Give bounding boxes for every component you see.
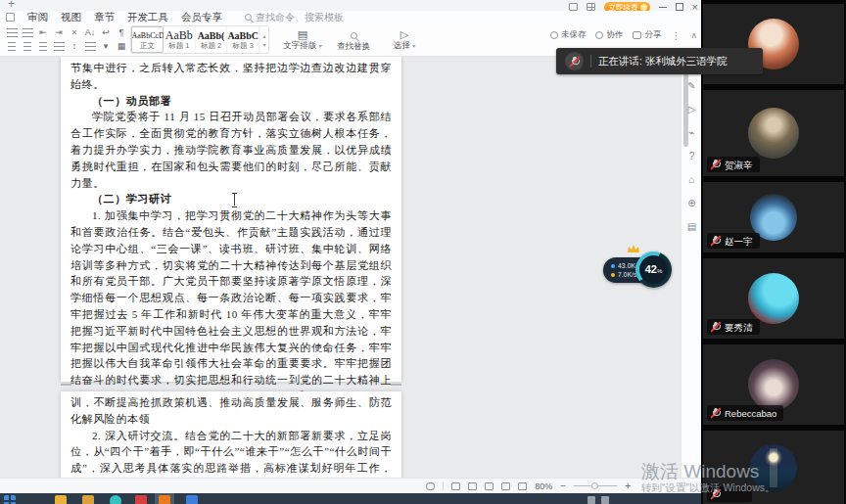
show-marks-icon[interactable]: ¶	[114, 26, 129, 39]
highlight-icon[interactable]: ▾	[98, 40, 114, 53]
eye-protection-icon[interactable]	[426, 482, 435, 490]
avatar	[748, 108, 799, 159]
read-mode-icon[interactable]: ▤	[687, 221, 696, 232]
menu-tab-section[interactable]: 章节	[94, 11, 115, 24]
web-view-icon[interactable]	[485, 482, 494, 490]
collapse-ribbon-icon[interactable]: ∧	[690, 30, 697, 40]
share-button[interactable]: 分享	[633, 29, 661, 41]
edit-pen-icon[interactable]: ✎	[687, 80, 695, 91]
participant-tile[interactable]: 赵一宇	[703, 182, 844, 252]
sort-icon[interactable]: A↓	[82, 26, 98, 39]
document-page-2[interactable]: 训，不断提高抢抓政策机遇、推动高质量发展、服务师生、防范化解风险的本领 2. 深…	[61, 391, 401, 478]
borders-icon[interactable]: ▦	[114, 40, 129, 53]
style-heading2[interactable]: AaBb( 标题 2	[196, 26, 228, 53]
taskbar-app-icon[interactable]	[135, 495, 147, 504]
minimize-button[interactable]	[659, 7, 667, 8]
taskbar-active-app-icon[interactable]	[159, 495, 170, 504]
increase-indent-icon[interactable]: ⇥	[51, 26, 67, 39]
chevron-down-icon: ▾	[319, 43, 322, 49]
menu-tab-devtools[interactable]: 开发工具	[127, 11, 168, 24]
taskbar-app-icon[interactable]	[186, 495, 198, 504]
style-heading1[interactable]: AaBb 标题 1	[164, 26, 196, 53]
participant-tile[interactable]: 要秀清	[703, 258, 844, 339]
align-center-icon[interactable]	[20, 40, 35, 53]
tray-icon[interactable]	[588, 496, 595, 504]
participant-name-tag: 贺淑辛	[707, 157, 760, 172]
text-layout-button[interactable]: ▤ 文字排版 ▾	[280, 25, 325, 54]
zoom-out-button[interactable]: −	[560, 481, 566, 491]
start-button[interactable]	[4, 495, 16, 504]
clear-format-icon[interactable]: ×	[67, 26, 82, 39]
tray-icon[interactable]	[601, 496, 609, 504]
net-speed-widget[interactable]: 43.0K/s 7.0K/s 42 %	[603, 247, 672, 290]
align-right-icon[interactable]	[35, 40, 51, 53]
file-menu-icon[interactable]	[6, 13, 15, 22]
chevron-down-icon: ▾	[412, 43, 415, 49]
more-options-icon[interactable]: ⋮	[671, 30, 681, 41]
workspace-icon[interactable]	[587, 3, 595, 11]
number-list-icon[interactable]	[20, 26, 35, 39]
menu-tab-review[interactable]: 审阅	[27, 11, 48, 24]
columns-icon[interactable]	[82, 40, 98, 53]
participant-name-tag: Rebeccabao	[707, 405, 783, 421]
find-replace-button[interactable]: 查找替换	[331, 25, 376, 54]
save-status-button[interactable]: 未保存	[550, 29, 587, 41]
outline-view-icon[interactable]	[451, 482, 460, 490]
style-heading1-preview: AaBb	[165, 30, 193, 41]
style-heading3[interactable]: AaBbC 标题 3	[227, 26, 259, 53]
bullet-list-icon[interactable]	[4, 26, 20, 39]
taskbar-app-icon[interactable]	[82, 495, 94, 504]
decrease-indent-icon[interactable]: ⇤	[35, 26, 51, 39]
edit-mode-icon[interactable]	[501, 482, 510, 490]
paragraph: 1. 加强集中学习，把学习贯彻党的二十大精神作为头等大事和首要政治任务。结合“爱…	[70, 207, 392, 405]
fit-page-icon[interactable]	[518, 482, 527, 490]
speaking-notification: 正在讲话: 张利城外三语学院	[556, 48, 763, 74]
line-spacing-icon[interactable]: ↕	[67, 40, 82, 53]
zoom-slider[interactable]	[574, 485, 617, 486]
share-icon	[633, 31, 641, 39]
style-normal-label: 正文	[140, 41, 155, 50]
style-normal[interactable]: AaBbCcDd 正文	[131, 26, 164, 53]
collaborate-label: 协作	[606, 29, 623, 41]
meeting-participant-sidebar: 贺淑辛 赵一宇 要秀清 Rebeccabao	[701, 0, 846, 504]
style-gallery-scroll[interactable]: ▴▾	[259, 26, 268, 53]
maximize-button[interactable]	[676, 3, 683, 11]
participant-name-tag: 赵一宇	[707, 233, 760, 249]
page-view-icon[interactable]	[468, 482, 477, 490]
select-button[interactable]: ▷ 选择 ▾	[382, 25, 427, 54]
participant-tile[interactable]: 贺淑辛	[703, 90, 844, 176]
avatar	[748, 359, 799, 410]
link-icon[interactable]: ⌁	[688, 127, 694, 138]
align-left-icon[interactable]	[4, 40, 20, 53]
document-page-1[interactable]: 节集中进行，之后转入常态长效，坚持把边学边查边改边建贯穿始终。 （一）动员部署 …	[61, 57, 401, 382]
menu-tab-view[interactable]: 视图	[61, 11, 81, 24]
page-break-mark	[61, 384, 71, 386]
new-tab-button[interactable]: +	[8, 0, 15, 10]
section-heading: （一）动员部署	[70, 93, 392, 110]
style-heading3-preview: AaBbC	[227, 30, 258, 41]
skin-icon[interactable]	[569, 3, 578, 11]
collaborate-button[interactable]: 协作	[595, 29, 623, 41]
participant-name: 赵一宇	[725, 236, 753, 247]
zoom-in-button[interactable]: +	[625, 481, 631, 491]
select-pointer-icon[interactable]: ▷	[688, 104, 696, 115]
participant-tile[interactable]: Rebeccabao	[703, 344, 844, 425]
settings-icon[interactable]: ⊕	[687, 198, 695, 208]
service-icon[interactable]: ⌂	[688, 174, 694, 185]
download-speed: 7.0K/s	[618, 271, 637, 279]
justify-icon[interactable]	[51, 40, 67, 53]
style-heading2-preview: AaBb(	[198, 30, 225, 41]
taskbar-file-explorer-icon[interactable]	[55, 495, 67, 504]
side-tool-icons: ✎ ▷ ⌁ ? ⌂ ⊕ ▤	[682, 80, 702, 232]
zoom-slider-knob[interactable]	[591, 482, 598, 489]
member-avatar-icon	[640, 4, 647, 11]
wrap-icon[interactable]: ↩	[98, 26, 114, 39]
participant-tile[interactable]	[703, 431, 844, 504]
help-icon[interactable]: ?	[689, 151, 695, 161]
zoom-level[interactable]: 80%	[535, 481, 552, 491]
taskbar-app-icon[interactable]	[110, 495, 121, 504]
menu-tab-member[interactable]: 会员专享	[181, 11, 222, 24]
download-dot-icon	[611, 273, 615, 277]
command-search[interactable]: 查找命令、搜索模板	[245, 11, 344, 24]
document-area[interactable]: 节集中进行，之后转入常态长效，坚持把边学边查边改边建贯穿始终。 （一）动员部署 …	[0, 57, 681, 478]
